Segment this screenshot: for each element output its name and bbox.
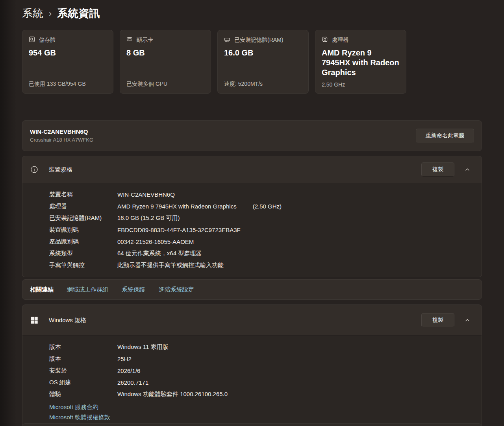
windows-specs-section: Windows 規格 複製 版本 Windows 11 家用版 版本 25H2 … [22,304,482,426]
cpu-card-value: AMD Ryzen 9 7945HX with Radeon Graphics [322,48,400,77]
link-domain-or-workgroup[interactable]: 網域或工作群組 [67,286,108,293]
device-specs-copy-button[interactable]: 複製 [421,162,454,177]
storage-card: 儲存體 954 GB 已使用 133 GB/954 GB [22,30,113,94]
device-specs-title: 裝置規格 [49,166,72,173]
related-links-panel: 相關連結 網域或工作群組 系統保護 進階系統設定 [22,279,482,300]
related-links-title: 相關連結 [30,286,54,293]
ram-card-value: 16.0 GB [224,48,302,58]
device-specs-header[interactable]: 裝置規格 複製 [22,156,482,183]
spec-row-processor: 處理器 AMD Ryzen 9 7945HX with Radeon Graph… [49,200,482,212]
chevron-up-icon [465,167,470,172]
windows-specs-table: 版本 Windows 11 家用版 版本 25H2 安裝於 2026/1/6 O… [22,336,482,426]
gpu-icon [126,36,133,44]
spec-row-system-type: 系統類型 64 位元作業系統，x64 型處理器 [49,247,482,259]
spec-row-version: 版本 25H2 [49,353,482,365]
spec-row-installed-on: 安裝於 2026/1/6 [49,365,482,376]
storage-card-caption: 已使用 133 GB/954 GB [29,81,107,88]
computer-name: WIN-C2ANEVBHN6Q [30,128,93,136]
spec-row-device-name: 裝置名稱 WIN-C2ANEVBHN6Q [49,188,482,200]
spec-row-experience: 體驗 Windows 功能體驗套件 1000.26100.265.0 [49,388,482,400]
gpu-card-label: 顯示卡 [137,37,153,44]
computer-name-panel: WIN-C2ANEVBHN6Q Crosshair A18 HX A7WFKG … [22,120,482,151]
link-advanced-system-settings[interactable]: 進階系統設定 [159,286,194,293]
breadcrumb-system[interactable]: 系統 [22,6,43,20]
spec-row-os-build: OS 組建 26200.7171 [49,376,482,388]
link-microsoft-services-agreement[interactable]: Microsoft 服務合約 [49,403,482,411]
spec-row-product-id: 產品識別碼 00342-21526-16055-AAOEM [49,236,482,247]
spec-row-pen-touch: 手寫筆與觸控 此顯示器不提供手寫筆或觸控式輸入功能 [49,259,482,271]
storage-icon [29,36,35,44]
storage-card-value: 954 GB [29,48,107,58]
rename-pc-button[interactable]: 重新命名此電腦 [416,129,474,143]
link-system-protection[interactable]: 系統保護 [122,286,145,293]
link-microsoft-software-license-terms[interactable]: Microsoft 軟體授權條款 [49,413,482,421]
cpu-card-caption: 2.50 GHz [322,81,400,88]
ram-card: 已安裝記憶體(RAM) 16.0 GB 速度: 5200MT/s [217,30,309,94]
device-specs-table: 裝置名稱 WIN-C2ANEVBHN6Q 處理器 AMD Ryzen 9 794… [22,183,482,277]
windows-specs-copy-button[interactable]: 複製 [421,313,454,327]
ram-card-caption: 速度: 5200MT/s [224,81,302,88]
ram-card-label: 已安裝記憶體(RAM) [234,37,283,44]
spec-row-ram: 已安裝記憶體(RAM) 16.0 GB (15.2 GB 可用) [49,212,482,224]
chevron-up-icon [465,317,470,323]
cpu-icon [322,36,328,44]
ram-icon [224,36,230,44]
spec-row-device-id: 裝置識別碼 FBDCDD89-883D-44F7-A135-32C9723EBA… [49,224,482,236]
page-title: 系統資訊 [57,6,100,20]
info-icon [30,166,39,173]
computer-model: Crosshair A18 HX A7WFKG [30,136,93,144]
gpu-card: 顯示卡 8 GB 已安裝多個 GPU [120,30,211,94]
gpu-card-value: 8 GB [126,48,204,58]
windows-specs-title: Windows 規格 [49,317,86,324]
summary-cards: 儲存體 954 GB 已使用 133 GB/954 GB 顯示卡 8 GB 已安… [22,30,406,94]
cpu-card-label: 處理器 [332,37,348,44]
windows-specs-collapse-button[interactable] [463,316,472,325]
next-section-sliver [22,423,482,426]
device-specs-section: 裝置規格 複製 裝置名稱 WIN-C2ANEVBHN6Q 處理器 AMD Ryz… [22,156,482,277]
breadcrumb: 系統 › 系統資訊 [22,6,100,20]
breadcrumb-chevron-icon: › [49,8,52,19]
cpu-card: 處理器 AMD Ryzen 9 7945HX with Radeon Graph… [315,30,406,94]
windows-logo-icon [30,316,39,324]
device-specs-collapse-button[interactable] [463,165,472,174]
storage-card-label: 儲存體 [39,37,56,44]
gpu-card-caption: 已安裝多個 GPU [126,81,204,88]
spec-row-edition: 版本 Windows 11 家用版 [49,341,482,353]
windows-specs-header[interactable]: Windows 規格 複製 [22,305,482,336]
